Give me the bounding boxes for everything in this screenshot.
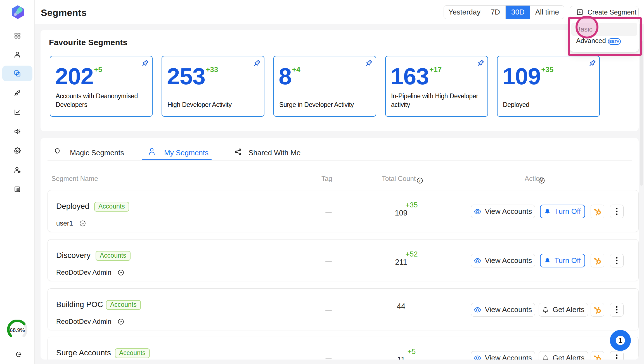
svg-text:i: i [541, 179, 542, 183]
svg-text:i: i [419, 179, 420, 183]
